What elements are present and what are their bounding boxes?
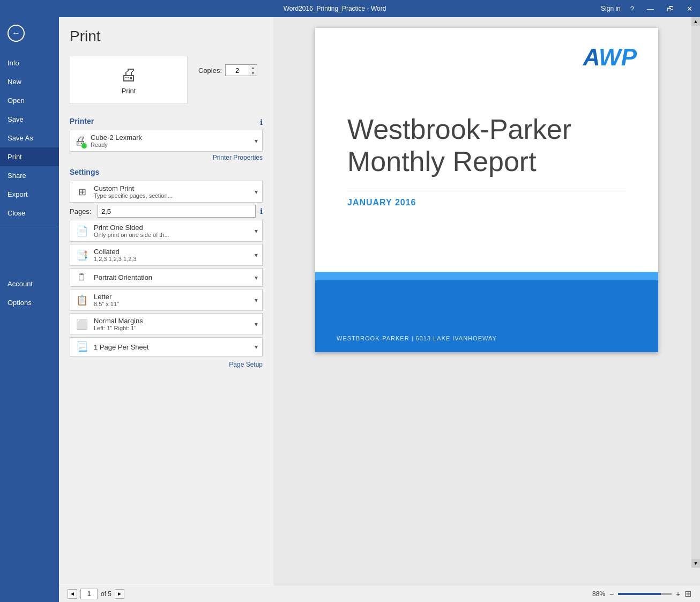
collated-arrow[interactable]: ▾	[255, 251, 258, 259]
custom-print-dropdown[interactable]: ⊞ Custom Print Type specific pages, sect…	[70, 181, 263, 203]
margins-arrow[interactable]: ▾	[255, 321, 258, 328]
paper-size-arrow[interactable]: ▾	[255, 296, 258, 304]
back-icon: ←	[8, 25, 25, 42]
pages-label: Pages:	[70, 207, 93, 215]
copies-spin-down[interactable]: ▼	[249, 70, 257, 76]
left-panel: Print 🖨 Print Copies: ▲ ▼	[59, 17, 273, 585]
one-sided-dropdown[interactable]: 📄 Print One Sided Only print on one side…	[70, 220, 263, 242]
restore-button[interactable]: 🗗	[664, 5, 677, 13]
margins-sub: Left: 1" Right: 1"	[94, 325, 250, 331]
pages-per-sheet-info: 1 Page Per Sheet	[94, 343, 250, 351]
doc-footer-text: WESTBROOK-PARKER | 6313 LAKE IVANHOEWAY	[337, 335, 497, 341]
sign-in-button[interactable]: Sign in	[601, 5, 621, 12]
doc-footer: WESTBROOK-PARKER | 6313 LAKE IVANHOEWAY	[315, 272, 658, 352]
close-button[interactable]: ✕	[683, 5, 696, 13]
preview-panel: ▲ ▼ AWP Westbrook-ParkerMonthly Report J…	[273, 17, 700, 585]
scroll-up-button[interactable]: ▲	[691, 17, 700, 26]
wp-logo: AWP	[583, 44, 637, 71]
bottom-nav: ◄ of 5 ► 88% − + ⊞	[59, 585, 700, 602]
page-setup-link[interactable]: Page Setup	[70, 361, 263, 368]
margins-info: Normal Margins Left: 1" Right: 1"	[94, 317, 250, 331]
orientation-label: Portrait Orientation	[94, 273, 250, 281]
print-title: Print	[70, 28, 263, 45]
copies-label: Copies:	[198, 66, 222, 75]
pages-per-sheet-dropdown[interactable]: 📃 1 Page Per Sheet ▾	[70, 337, 263, 356]
sidebar-item-export[interactable]: Export	[0, 185, 59, 204]
paper-size-label: Letter	[94, 293, 250, 301]
printer-status: Ready	[91, 142, 250, 148]
one-sided-icon: 📄	[75, 225, 90, 237]
printer-icon-area: 🖨	[75, 134, 86, 148]
printer-dropdown-arrow[interactable]: ▾	[255, 137, 258, 145]
sidebar-item-print[interactable]: Print	[0, 147, 59, 166]
zoom-out-button[interactable]: −	[607, 590, 616, 598]
collated-icon: 📑	[75, 249, 90, 261]
pages-input[interactable]	[98, 205, 256, 218]
page-number-input[interactable]	[80, 589, 98, 599]
sidebar-item-save[interactable]: Save	[0, 110, 59, 129]
sidebar-item-options[interactable]: Options	[0, 293, 59, 312]
copies-spin-up[interactable]: ▲	[249, 65, 257, 70]
zoom-slider[interactable]	[618, 593, 672, 595]
print-button[interactable]: 🖨 Print	[70, 56, 188, 104]
back-button[interactable]: ←	[4, 21, 28, 45]
copies-section: Copies: ▲ ▼	[188, 56, 257, 76]
copies-input[interactable]	[225, 64, 249, 76]
paper-size-dropdown[interactable]: 📋 Letter 8.5" x 11" ▾	[70, 289, 263, 311]
sidebar: ← Info New Open Save Save As Print Share…	[0, 17, 59, 602]
margins-dropdown[interactable]: ⬜ Normal Margins Left: 1" Right: 1" ▾	[70, 313, 263, 335]
document-preview: AWP Westbrook-ParkerMonthly Report JANUA…	[315, 28, 658, 352]
pages-per-sheet-label: 1 Page Per Sheet	[94, 343, 250, 351]
fit-page-button[interactable]: ⊞	[684, 589, 691, 599]
doc-header: AWP	[315, 28, 658, 81]
zoom-percent: 88%	[592, 590, 605, 598]
sidebar-item-info[interactable]: Info	[0, 54, 59, 72]
printer-section-label: Printer	[70, 117, 94, 125]
window-title: Word2016_Printing_Practice - Word	[69, 5, 601, 12]
app-body: ← Info New Open Save Save As Print Share…	[0, 17, 700, 602]
paper-size-sub: 8.5" x 11"	[94, 301, 250, 307]
printer-name: Cube-2 Lexmark	[91, 133, 250, 142]
page-prev-button[interactable]: ◄	[68, 589, 77, 599]
sidebar-item-new[interactable]: New	[0, 72, 59, 91]
pages-info-icon[interactable]: ℹ	[260, 207, 263, 215]
copies-input-wrap: ▲ ▼	[225, 64, 257, 76]
printer-info-icon[interactable]: ℹ	[260, 118, 263, 127]
printer-properties-link[interactable]: Printer Properties	[70, 154, 263, 161]
window-controls: Sign in ? — 🗗 ✕	[601, 5, 696, 13]
minimize-button[interactable]: —	[644, 5, 657, 13]
one-sided-sub: Only print on one side of th...	[94, 232, 250, 238]
margins-icon: ⬜	[75, 318, 90, 330]
sidebar-item-open[interactable]: Open	[0, 91, 59, 110]
sidebar-nav: Info New Open Save Save As Print Share E…	[0, 54, 59, 312]
one-sided-arrow[interactable]: ▾	[255, 227, 258, 235]
printer-status-dot	[81, 143, 87, 149]
sidebar-item-close[interactable]: Close	[0, 204, 59, 222]
copies-spinners: ▲ ▼	[249, 64, 257, 76]
collated-sub: 1,2,3 1,2,3 1,2,3	[94, 256, 250, 262]
page-next-button[interactable]: ►	[115, 589, 124, 599]
sidebar-item-account[interactable]: Account	[0, 274, 59, 293]
help-button[interactable]: ?	[627, 5, 637, 13]
collated-dropdown[interactable]: 📑 Collated 1,2,3 1,2,3 1,2,3 ▾	[70, 244, 263, 266]
orientation-arrow[interactable]: ▾	[255, 274, 258, 281]
doc-footer-accent	[315, 272, 658, 280]
pages-per-sheet-arrow[interactable]: ▾	[255, 343, 258, 351]
zoom-in-button[interactable]: +	[674, 590, 682, 598]
printer-info: Cube-2 Lexmark Ready	[91, 133, 250, 148]
pages-row: Pages: ℹ	[70, 205, 263, 218]
sidebar-item-saveas[interactable]: Save As	[0, 129, 59, 147]
sidebar-item-share[interactable]: Share	[0, 166, 59, 185]
scroll-down-button[interactable]: ▼	[691, 559, 700, 568]
paper-size-info: Letter 8.5" x 11"	[94, 293, 250, 307]
collated-info: Collated 1,2,3 1,2,3 1,2,3	[94, 248, 250, 262]
custom-print-label: Custom Print	[94, 184, 250, 192]
orientation-dropdown[interactable]: 🗒 Portrait Orientation ▾	[70, 268, 263, 287]
one-sided-info: Print One Sided Only print on one side o…	[94, 224, 250, 238]
custom-print-icon: ⊞	[75, 186, 90, 198]
printer-selector[interactable]: 🖨 Cube-2 Lexmark Ready ▾	[70, 130, 263, 152]
custom-print-arrow[interactable]: ▾	[255, 188, 258, 196]
pages-per-sheet-icon: 📃	[75, 341, 90, 353]
page-nav: ◄ of 5 ►	[68, 589, 124, 599]
orientation-info: Portrait Orientation	[94, 273, 250, 281]
